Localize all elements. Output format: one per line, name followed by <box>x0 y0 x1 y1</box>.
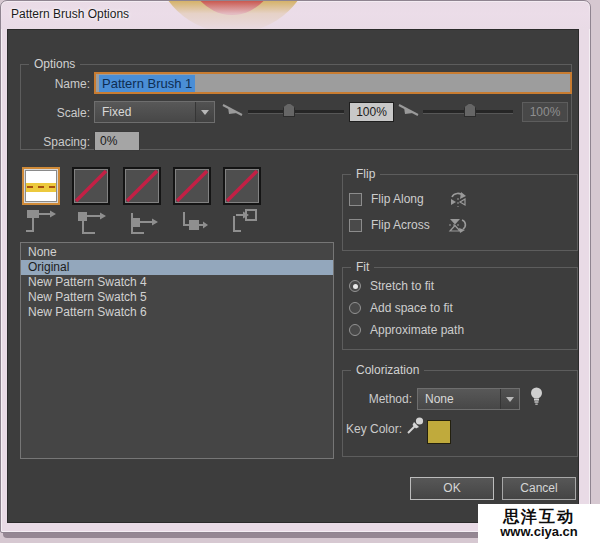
list-item[interactable]: None <box>21 245 333 260</box>
flip-along-row: Flip Along <box>349 190 469 208</box>
colorization-tips-bulb-icon[interactable] <box>529 386 544 407</box>
flip-across-label: Flip Across <box>371 218 447 232</box>
end-tile-icon <box>226 207 258 239</box>
side-tile-icon <box>25 207 57 239</box>
eyedropper-icon[interactable] <box>406 415 426 435</box>
fit-option-row: Approximate path <box>349 323 464 337</box>
scale-select[interactable]: Fixed <box>94 101 215 123</box>
scale-select-value: Fixed <box>95 102 195 122</box>
none-cross-icon <box>175 169 209 203</box>
variation-value-box: 100% <box>522 102 568 122</box>
dialog-body: Options Name: Pattern Brush 1 Scale: Fix… <box>7 29 579 523</box>
pattern-stripe <box>26 183 56 192</box>
stretch-to-fit-radio[interactable] <box>349 280 361 292</box>
tile-button-side[interactable] <box>22 167 60 205</box>
flip-along-icon <box>447 190 469 208</box>
scale-label: Scale: <box>22 106 90 120</box>
add-space-to-fit-radio[interactable] <box>349 302 361 314</box>
spacing-label: Spacing: <box>22 135 90 149</box>
add-space-to-fit-label: Add space to fit <box>370 301 453 315</box>
ok-button[interactable]: OK <box>410 477 494 500</box>
fit-option-row: Stretch to fit <box>349 279 434 293</box>
scale-slider-track[interactable] <box>248 110 344 114</box>
variation-min-limit-icon <box>398 102 420 119</box>
list-item[interactable]: New Pattern Swatch 4 <box>21 275 333 290</box>
watermark: 思洋互动 www.ciya.cn <box>478 504 600 543</box>
watermark-brand-text: 思洋互动 <box>503 508 575 525</box>
scale-min-limit-icon <box>222 102 244 119</box>
approximate-path-label: Approximate path <box>370 323 464 337</box>
dialog-title: Pattern Brush Options <box>11 7 129 21</box>
method-select-value: None <box>418 389 500 409</box>
side-tile-preview <box>25 170 57 202</box>
name-label: Name: <box>22 77 90 91</box>
options-group-label: Options <box>29 57 80 71</box>
inner-corner-tile-icon <box>126 207 158 239</box>
pattern-dashed-line <box>27 186 55 188</box>
approximate-path-radio[interactable] <box>349 324 361 336</box>
tile-button-end[interactable] <box>223 167 261 205</box>
pattern-brush-options-dialog: Pattern Brush Options Options Name: Patt… <box>0 0 591 533</box>
list-item-selected[interactable]: Original <box>21 260 333 275</box>
flip-group-label: Flip <box>351 167 380 181</box>
flip-across-icon <box>447 216 469 234</box>
key-color-swatch[interactable] <box>427 420 451 444</box>
none-cross-icon <box>225 169 259 203</box>
radio-dot <box>353 284 358 289</box>
scale-value-box[interactable]: 100% <box>349 102 394 122</box>
name-input[interactable]: Pattern Brush 1 <box>94 72 572 94</box>
none-cross-icon <box>74 169 108 203</box>
dialog-titlebar[interactable]: Pattern Brush Options <box>1 1 590 29</box>
method-label: Method: <box>348 392 412 406</box>
colorization-group-label: Colorization <box>351 363 424 377</box>
fit-group-label: Fit <box>351 260 374 274</box>
flip-along-checkbox[interactable] <box>349 193 362 206</box>
flip-across-row: Flip Across <box>349 216 469 234</box>
tile-button-inner-corner[interactable] <box>123 167 161 205</box>
list-item[interactable]: New Pattern Swatch 5 <box>21 290 333 305</box>
tile-button-start[interactable] <box>173 167 211 205</box>
start-tile-icon <box>176 207 208 239</box>
method-select-arrow[interactable] <box>500 389 519 409</box>
tile-button-outer-corner[interactable] <box>72 167 110 205</box>
fit-option-row: Add space to fit <box>349 301 453 315</box>
chevron-down-icon <box>506 397 514 406</box>
none-cross-icon <box>125 169 159 203</box>
desktop-background: Pattern Brush Options Options Name: Patt… <box>0 0 600 543</box>
list-item[interactable]: New Pattern Swatch 6 <box>21 305 333 320</box>
flip-across-checkbox[interactable] <box>349 219 362 232</box>
stretch-to-fit-label: Stretch to fit <box>370 279 434 293</box>
flip-group: Flip <box>342 174 578 251</box>
watermark-url-text: www.ciya.cn <box>500 525 578 539</box>
flip-along-label: Flip Along <box>371 192 447 206</box>
key-color-label: Key Color: <box>338 422 402 436</box>
cancel-button[interactable]: Cancel <box>502 477 576 500</box>
scale-select-arrow[interactable] <box>195 102 214 122</box>
name-input-selected-text: Pattern Brush 1 <box>99 75 195 92</box>
swatch-list[interactable]: None Original New Pattern Swatch 4 New P… <box>20 242 334 459</box>
colorization-group: Colorization <box>342 370 578 457</box>
chevron-down-icon <box>201 110 209 119</box>
method-select[interactable]: None <box>417 388 520 410</box>
spacing-input[interactable]: 0% <box>94 131 140 151</box>
outer-corner-tile-icon <box>75 207 107 239</box>
